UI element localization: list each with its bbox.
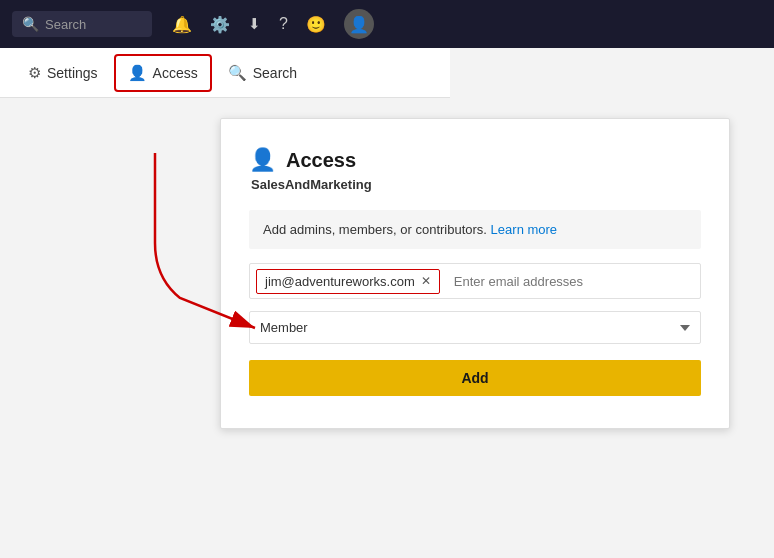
email-input-row[interactable]: jim@adventureworks.com ✕ [249,263,701,299]
topbar-icons: 🔔 ⚙️ ⬇ ? 🙂 👤 [172,9,374,39]
topbar: 🔍 🔔 ⚙️ ⬇ ? 🙂 👤 [0,0,774,48]
access-title-row: 👤 Access [249,147,701,173]
settings-icon[interactable]: ⚙️ [210,15,230,34]
toolbar-panel: ⚙ Settings 👤 Access 🔍 Search [0,48,450,98]
search-toolbar-label: Search [253,65,297,81]
smiley-icon[interactable]: 🙂 [306,15,326,34]
access-title-icon: 👤 [249,147,276,173]
search-icon: 🔍 [22,16,39,32]
email-tag[interactable]: jim@adventureworks.com ✕ [256,269,440,294]
help-icon[interactable]: ? [279,15,288,33]
access-card: 👤 Access SalesAndMarketing Add admins, m… [220,118,730,429]
role-dropdown[interactable]: Member Admin Contributor Viewer [249,311,701,344]
email-address-input[interactable] [446,274,700,289]
access-person-icon: 👤 [128,64,147,82]
avatar[interactable]: 👤 [344,9,374,39]
add-description-text: Add admins, members, or contributors. [263,222,487,237]
download-icon[interactable]: ⬇ [248,15,261,33]
access-toolbar-item[interactable]: 👤 Access [114,54,212,92]
settings-label: Settings [47,65,98,81]
search-toolbar-item[interactable]: 🔍 Search [216,56,309,90]
add-button[interactable]: Add [249,360,701,396]
access-subtitle: SalesAndMarketing [249,177,701,192]
bell-icon[interactable]: 🔔 [172,15,192,34]
search-box[interactable]: 🔍 [12,11,152,37]
email-tag-text: jim@adventureworks.com [265,274,415,289]
search-input[interactable] [45,17,142,32]
remove-email-button[interactable]: ✕ [421,274,431,288]
search-toolbar-icon: 🔍 [228,64,247,82]
main-content: ⚙ Settings 👤 Access 🔍 Search 👤 Access Sa… [0,48,774,558]
settings-toolbar-item[interactable]: ⚙ Settings [16,56,110,90]
avatar-icon: 👤 [349,15,369,34]
access-label: Access [153,65,198,81]
add-description-row: Add admins, members, or contributors. Le… [249,210,701,249]
settings-gear-icon: ⚙ [28,64,41,82]
learn-more-link[interactable]: Learn more [491,222,557,237]
access-title-text: Access [286,149,356,172]
